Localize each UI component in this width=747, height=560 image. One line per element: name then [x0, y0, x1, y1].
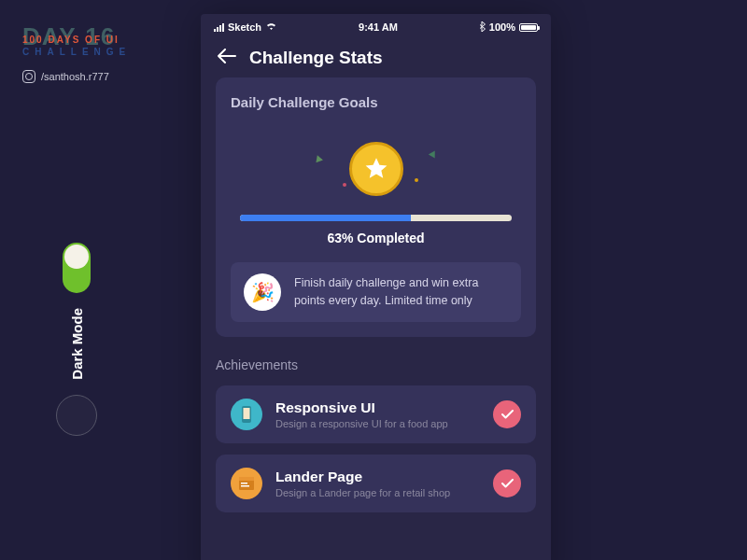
- info-text: Finish daily challenge and win extra poi…: [294, 274, 508, 310]
- daily-goals-card: Daily Challenge Goals 63% Completed 🎉 Fi…: [216, 77, 536, 337]
- progress-fill: [240, 215, 411, 221]
- handle-text: /santhosh.r777: [41, 71, 109, 82]
- battery-icon: [519, 23, 538, 32]
- info-banner: 🎉 Finish daily challenge and win extra p…: [231, 262, 521, 322]
- confetti-icon: [315, 155, 322, 161]
- back-icon[interactable]: [218, 49, 236, 67]
- phone-icon: [231, 399, 262, 430]
- confetti-icon: [343, 183, 346, 187]
- achievement-subtitle: Design a Lander page for a retail shop: [275, 487, 480, 498]
- check-button[interactable]: [493, 400, 521, 428]
- star-badge-icon: [349, 142, 403, 196]
- star-area: [231, 127, 521, 211]
- phone-frame: Sketch 9:41 AM 100% Challenge Stats Dail…: [201, 14, 551, 560]
- page-title: Challenge Stats: [249, 48, 383, 68]
- brand-subtitle: 100 DAYS OF UI: [22, 35, 131, 45]
- status-bar: Sketch 9:41 AM 100%: [201, 14, 551, 35]
- carrier-label: Sketch: [228, 21, 261, 33]
- svg-rect-5: [241, 485, 249, 487]
- brand-challenge: CHALLENGE: [22, 47, 131, 57]
- instagram-icon: [22, 70, 35, 83]
- goals-title: Daily Challenge Goals: [231, 94, 521, 110]
- progress-bar: [240, 215, 512, 221]
- wifi-icon: [265, 21, 277, 34]
- achievement-title: Lander Page: [275, 469, 480, 485]
- achievement-item[interactable]: Lander Page Design a Lander page for a r…: [216, 455, 536, 512]
- achievement-subtitle: Design a responsive UI for a food app: [275, 418, 480, 429]
- check-button[interactable]: [493, 469, 521, 497]
- page-icon: [231, 468, 262, 499]
- status-time: 9:41 AM: [359, 21, 398, 33]
- svg-rect-4: [241, 483, 247, 484]
- page-header: Challenge Stats: [201, 35, 551, 77]
- progress-text: 63% Completed: [231, 231, 521, 245]
- theme-circle-button[interactable]: [56, 395, 97, 436]
- toggle-knob: [64, 245, 89, 269]
- dark-mode-label: Dark Mode: [69, 308, 85, 380]
- signal-icon: [214, 23, 224, 32]
- svg-rect-1: [244, 408, 250, 419]
- confetti-icon: [430, 150, 437, 157]
- party-popper-icon: 🎉: [244, 273, 281, 311]
- svg-rect-3: [239, 477, 254, 481]
- battery-percent: 100%: [489, 21, 515, 33]
- dark-mode-toggle[interactable]: [63, 243, 91, 293]
- brand-block: DAY 16 100 DAYS OF UI CHALLENGE /santhos…: [22, 22, 131, 83]
- achievement-item[interactable]: Responsive UI Design a responsive UI for…: [216, 385, 536, 443]
- achievement-title: Responsive UI: [275, 399, 480, 416]
- bluetooth-icon: [479, 21, 486, 34]
- confetti-icon: [415, 178, 418, 182]
- achievements-heading: Achievements: [216, 357, 536, 372]
- dark-mode-group: Dark Mode: [56, 243, 97, 436]
- brand-handle: /santhosh.r777: [22, 70, 131, 83]
